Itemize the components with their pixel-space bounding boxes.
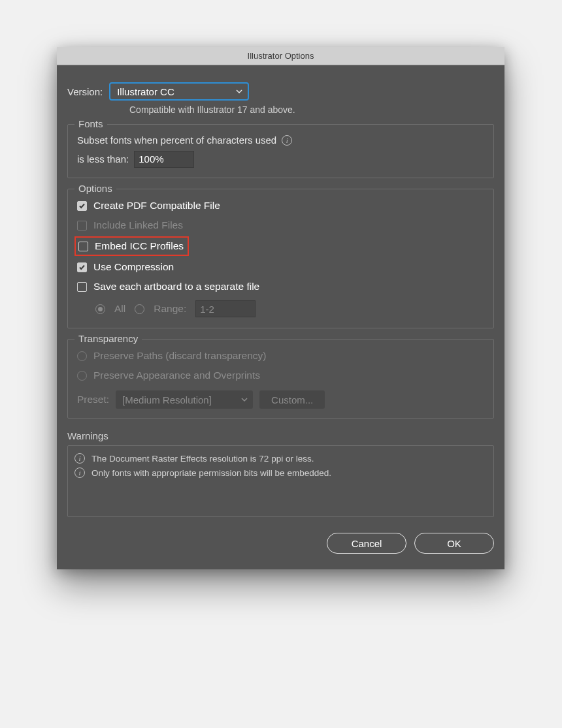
warning-2: Only fonts with appropriate permission b… (91, 468, 331, 478)
preset-label: Preset: (77, 394, 109, 405)
info-icon[interactable]: i (282, 135, 292, 146)
transparency-group: Transparency Preserve Paths (discard tra… (67, 339, 494, 419)
transparency-legend: Transparency (74, 333, 142, 344)
include-linked-row: Include Linked Files (77, 215, 484, 235)
embed-icc-row[interactable]: Embed ICC Profiles (77, 240, 184, 252)
ok-button[interactable]: OK (414, 533, 494, 554)
checkbox-icon (77, 221, 87, 230)
use-compression-row[interactable]: Use Compression (77, 257, 484, 277)
chevron-down-icon (241, 396, 248, 403)
titlebar: Illustrator Options (57, 47, 504, 65)
include-linked-label: Include Linked Files (93, 219, 183, 231)
custom-label: Custom... (271, 394, 313, 405)
version-label: Version: (67, 86, 103, 97)
save-artboards-label: Save each artboard to a separate file (93, 281, 259, 293)
radio-range (135, 304, 144, 314)
checkbox-icon (77, 282, 87, 292)
embed-icc-highlight: Embed ICC Profiles (74, 236, 189, 256)
checkbox-icon (77, 262, 87, 272)
version-select[interactable]: Illustrator CC (109, 82, 249, 101)
options-legend: Options (74, 183, 116, 194)
range-input (195, 300, 256, 317)
fonts-legend: Fonts (74, 118, 107, 129)
radio-all (95, 304, 105, 314)
preset-value: [Medium Resolution] (122, 394, 212, 405)
all-label: All (114, 303, 125, 315)
checkbox-icon (77, 201, 87, 211)
range-label: Range: (154, 303, 186, 315)
create-pdf-label: Create PDF Compatible File (93, 200, 220, 212)
subset-text-1: Subset fonts when percent of characters … (77, 131, 276, 150)
subset-percent-input[interactable] (134, 151, 194, 168)
custom-button: Custom... (259, 390, 325, 409)
embed-icc-label: Embed ICC Profiles (95, 240, 184, 252)
radio-icon (77, 371, 87, 381)
cancel-button[interactable]: Cancel (327, 533, 406, 554)
preserve-appear-label: Preserve Appearance and Overprints (93, 370, 260, 381)
warnings-title: Warnings (67, 430, 494, 441)
options-group: Options Create PDF Compatible File Inclu… (67, 189, 494, 328)
ok-label: OK (447, 538, 461, 549)
preserve-paths-row: Preserve Paths (discard transparency) (77, 346, 484, 366)
radio-icon (77, 351, 87, 361)
preserve-paths-label: Preserve Paths (discard transparency) (93, 350, 266, 362)
checkbox-icon (78, 242, 88, 251)
version-value: Illustrator CC (117, 86, 174, 97)
artboard-range-row: All Range: (77, 296, 484, 319)
fonts-group: Fonts Subset fonts when percent of chara… (67, 124, 494, 178)
illustrator-options-dialog: Illustrator Options Version: Illustrator… (57, 47, 504, 569)
use-compression-label: Use Compression (93, 261, 174, 273)
preset-select: [Medium Resolution] (116, 390, 253, 409)
dialog-title: Illustrator Options (248, 51, 314, 61)
compat-text: Compatible with Illustrator 17 and above… (129, 104, 494, 115)
subset-text-2: is less than: (77, 150, 129, 169)
warning-1: The Document Raster Effects resolution i… (91, 454, 314, 464)
cancel-label: Cancel (352, 538, 382, 549)
preserve-appear-row: Preserve Appearance and Overprints (77, 366, 484, 385)
save-artboards-row[interactable]: Save each artboard to a separate file (77, 277, 484, 296)
info-icon: i (74, 467, 85, 478)
info-icon: i (74, 453, 85, 464)
create-pdf-row[interactable]: Create PDF Compatible File (77, 196, 484, 215)
chevron-down-icon (236, 88, 242, 95)
warnings-box: i The Document Raster Effects resolution… (67, 445, 494, 517)
